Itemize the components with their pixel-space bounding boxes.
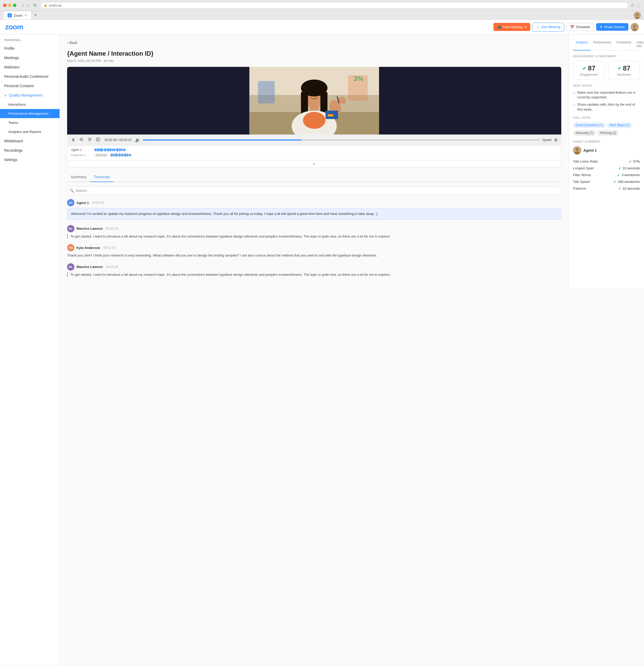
sidebar-item-settings[interactable]: Settings bbox=[0, 155, 59, 164]
callout-good-questions[interactable]: Good Questions (7) bbox=[573, 122, 606, 128]
callout-security[interactable]: #Security (7) bbox=[573, 130, 596, 136]
sidebar-item-quality-management[interactable]: ∨ Quality Management bbox=[0, 90, 59, 100]
sidebar-item-audio-conference-label: Personal Audio Conference bbox=[4, 74, 48, 78]
share-screen-button[interactable]: ⬆ Share Screen bbox=[596, 23, 629, 31]
collapse-tracks-button[interactable]: ∧ bbox=[67, 160, 561, 167]
sidebar-item-webinars-label: Webinars bbox=[4, 65, 19, 69]
sidebar-item-interactions[interactable]: Interactions bbox=[0, 100, 59, 109]
sidebar-item-performance-management-label: Performance Management bbox=[8, 111, 48, 116]
sidebar-item-whiteboard[interactable]: Whiteboard bbox=[0, 136, 59, 146]
sidebar-item-meetings[interactable]: Meetings bbox=[0, 53, 59, 63]
callout-pricing[interactable]: #Pricing (2) bbox=[597, 130, 619, 136]
sidebar-item-analytics[interactable]: Analytics and Reports bbox=[0, 127, 59, 136]
metric-check-icon: ✔ bbox=[617, 173, 620, 177]
sidebar-item-recordings[interactable]: Recordings bbox=[0, 146, 59, 155]
new-meeting-dropdown-icon: ▾ bbox=[525, 25, 526, 29]
close-dot[interactable] bbox=[3, 4, 6, 7]
callout-next-steps[interactable]: Next Steps (2) bbox=[607, 122, 632, 128]
agent1-bars bbox=[94, 148, 557, 152]
sidebar-item-teams[interactable]: Teams bbox=[0, 118, 59, 127]
sidebar-item-quality-management-label: Quality Management bbox=[9, 93, 42, 97]
maximize-dot[interactable] bbox=[13, 4, 16, 7]
tab-summary[interactable]: Summary bbox=[67, 172, 90, 182]
search-input[interactable] bbox=[67, 186, 561, 195]
video-player: 3% ⏸ bbox=[67, 67, 561, 167]
pause-button[interactable]: ⏸ bbox=[71, 137, 76, 143]
schedule-button[interactable]: 📅 Schedule bbox=[566, 23, 594, 31]
metrics-list: Talk-Listen Ratio ✔ 57% Longest Spiel ✔ … bbox=[573, 158, 640, 192]
tab-summary-label: Summary bbox=[71, 175, 86, 179]
speaker-name: Maurice Lawson bbox=[76, 227, 103, 230]
panel-tab-performance[interactable]: Performance bbox=[591, 38, 614, 51]
new-meeting-button[interactable]: 📹 New Meeting ▾ bbox=[494, 23, 530, 31]
customer1-track-label: Customer 1 bbox=[71, 154, 92, 157]
address-bar[interactable]: 🔒 zoom.us bbox=[40, 2, 628, 8]
metric-value: ✔ 57% bbox=[629, 159, 640, 164]
metric-talk-speed: Talk Speed ✔ 160 words/min bbox=[573, 178, 640, 185]
skip-button[interactable] bbox=[95, 137, 101, 143]
fast-forward-button[interactable] bbox=[87, 137, 93, 143]
step-icon: ○ bbox=[573, 103, 575, 111]
browser-chrome: ‹ › ↻ 🔒 zoom.us ☆ ⋮ bbox=[0, 0, 644, 11]
tab-favicon: Z bbox=[7, 13, 12, 17]
back-button[interactable]: ‹ Back bbox=[67, 40, 77, 45]
panel-tab-comments[interactable]: Comments bbox=[614, 38, 634, 51]
message-text: Thank you John! I think your research is… bbox=[67, 253, 561, 258]
tab-close-button[interactable]: ✕ bbox=[24, 14, 27, 17]
minimize-dot[interactable] bbox=[8, 4, 12, 7]
rewind-button[interactable] bbox=[78, 137, 84, 143]
interaction-title: {Agent Name / Interaction ID} bbox=[67, 50, 561, 57]
user-avatar[interactable] bbox=[630, 23, 639, 31]
refresh-button[interactable]: ↻ bbox=[32, 2, 38, 8]
sidebar-item-contacts[interactable]: Personal Contacts bbox=[0, 81, 59, 90]
browser-tab[interactable]: Z Zoom ✕ bbox=[3, 11, 32, 19]
share-screen-icon: ⬆ bbox=[600, 25, 603, 29]
content-tabs: Summary Transcript bbox=[67, 172, 561, 182]
menu-button[interactable]: ⋮ bbox=[636, 3, 641, 8]
join-meeting-button[interactable]: ＋ Join Meeting bbox=[532, 23, 565, 32]
sidebar-item-settings-label: Settings bbox=[4, 158, 17, 162]
forward-nav-button[interactable]: › bbox=[26, 2, 31, 8]
back-chevron-icon: ‹ bbox=[67, 40, 68, 45]
sidebar-item-webinars[interactable]: Webinars bbox=[0, 63, 59, 72]
security-icon: 🔒 bbox=[44, 4, 47, 7]
score-row: ✔ 87 Engagement ✔ 87 Sentiment bbox=[573, 61, 640, 80]
volume-icon[interactable]: 🔊 bbox=[135, 138, 140, 143]
panel-tab-interaction-info[interactable]: Interaction Info bbox=[634, 38, 644, 51]
sidebar-item-audio-conference[interactable]: Personal Audio Conference bbox=[0, 72, 59, 81]
sidebar-item-performance-management[interactable]: Performance Management bbox=[0, 109, 59, 118]
metric-check-icon: ✔ bbox=[629, 159, 632, 164]
right-panel: Analytics Performance Comments Interacti… bbox=[569, 34, 644, 288]
timestamp: 00:00:12 bbox=[92, 201, 104, 205]
sidebar-item-profile[interactable]: Profile bbox=[0, 44, 59, 53]
message-block: A1 Agent 1 00:00:12 Welcome! I'm excited… bbox=[67, 199, 561, 220]
join-meeting-icon: ＋ bbox=[536, 25, 540, 30]
schedule-icon: 📅 bbox=[570, 25, 574, 29]
settings-icon[interactable]: ⚙ bbox=[554, 138, 558, 143]
audio-tracks: Agent 1 bbox=[67, 145, 561, 160]
customer1-bars bbox=[110, 153, 557, 157]
progress-bar[interactable] bbox=[143, 139, 540, 140]
content-area: PERSONAL Profile Meetings Webinars Perso… bbox=[0, 34, 644, 665]
back-label: Back bbox=[69, 40, 77, 45]
back-nav-button[interactable]: ‹ bbox=[20, 2, 25, 8]
sidebar-section-label: PERSONAL bbox=[0, 34, 59, 44]
svg-text:3%: 3% bbox=[354, 75, 364, 83]
next-step-text: Make sure the requested feature xxx is c… bbox=[577, 90, 640, 100]
metric-longest-spiel: Longest Spiel ✔ 10 seconds bbox=[573, 165, 640, 172]
message-block: ML Maurice Lawson 00:00:28 To get starte… bbox=[67, 225, 561, 239]
new-tab-button[interactable]: + bbox=[32, 13, 39, 18]
avatar: ML bbox=[67, 263, 74, 270]
tab-transcript[interactable]: Transcript bbox=[90, 172, 113, 182]
speed-label[interactable]: Speed bbox=[542, 138, 551, 142]
new-meeting-icon: 📹 bbox=[497, 25, 501, 29]
svg-point-1 bbox=[636, 13, 639, 16]
svg-point-4 bbox=[633, 24, 636, 28]
sidebar-item-interactions-label: Interactions bbox=[8, 103, 26, 106]
svg-rect-28 bbox=[328, 114, 334, 117]
sentiment-score-value: 87 bbox=[623, 64, 630, 72]
panel-tab-analytics[interactable]: Analytics bbox=[573, 38, 591, 51]
time-display: 00:02:48 / 00:03:24 bbox=[105, 138, 131, 142]
agent1-track-label: Agent 1 bbox=[71, 148, 92, 152]
bookmark-button[interactable]: ☆ bbox=[630, 3, 634, 8]
